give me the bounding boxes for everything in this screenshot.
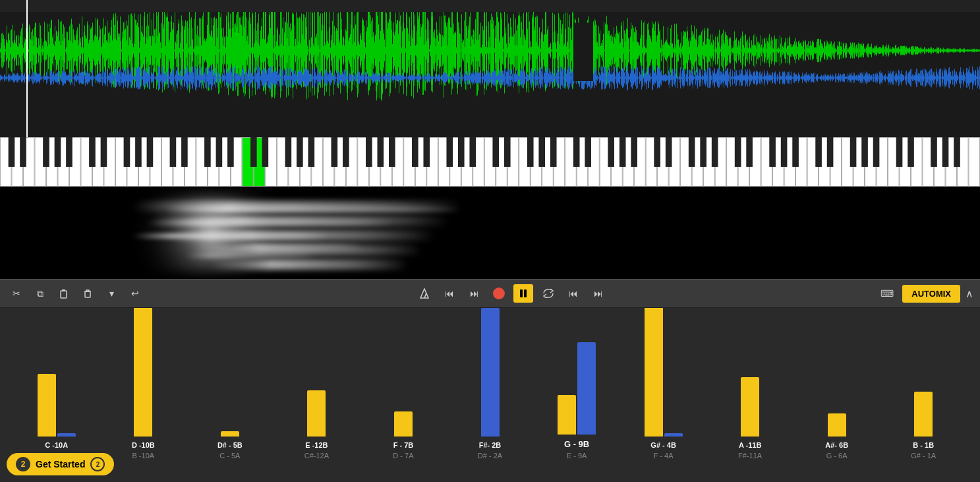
waveform-canvas — [0, 12, 980, 137]
record-dot — [493, 287, 505, 299]
record-button[interactable] — [490, 284, 508, 303]
chart-bar-group: G - 9BE - 9A — [533, 315, 620, 461]
bar-yellow — [307, 390, 326, 437]
keyboard-button[interactable]: ⌨ — [877, 284, 897, 303]
bar-blue — [577, 342, 596, 435]
bar-label-top: F#- 2B — [478, 440, 502, 450]
bar-labels: A#- 6BG - 6A — [825, 440, 848, 461]
bar-label-bottom: G# - 1A — [911, 451, 936, 461]
get-started-banner[interactable]: 2 Get Started 2 — [7, 453, 114, 475]
chart-bar-group: D# - 5BC - 5A — [187, 315, 274, 461]
bar-labels: B - 1BG# - 1A — [911, 440, 936, 461]
bar-label-top: C -10A — [45, 440, 68, 450]
fast-forward-button[interactable]: ⏭ — [465, 284, 484, 303]
skip-forward-button[interactable]: ⏭ — [589, 284, 608, 303]
bar-label-bottom: F - 4A — [650, 451, 676, 461]
paste-button[interactable] — [54, 284, 74, 303]
chart-bar-group: F - 7BD - 7A — [360, 315, 447, 461]
bar-labels: G - 9BE - 9A — [564, 438, 589, 461]
bar-wrapper — [447, 308, 534, 437]
bar-label-top: A#- 6B — [825, 440, 848, 450]
svg-rect-2 — [85, 291, 90, 297]
bar-wrapper — [706, 377, 793, 437]
piano-canvas — [0, 137, 980, 187]
copy-button[interactable]: ⧉ — [30, 284, 50, 303]
get-started-number: 2 — [16, 457, 30, 471]
bar-wrapper — [880, 392, 967, 437]
bar-label-top: F - 7B — [393, 440, 413, 450]
bar-label-bottom: E - 9A — [564, 451, 589, 461]
bar-label-top: D# - 5B — [217, 440, 243, 450]
chart-container: C -10AG# -1AD -10BB -10AD# - 5BC - 5AE -… — [0, 308, 980, 461]
pause-button[interactable] — [513, 284, 533, 303]
chart-bar-group: B - 1BG# - 1A — [880, 315, 967, 461]
timeline-ruler — [0, 0, 980, 12]
svg-rect-0 — [61, 291, 67, 298]
bar-label-bottom: C - 5A — [217, 451, 243, 461]
svg-rect-5 — [520, 289, 523, 297]
bar-blue — [664, 433, 683, 437]
chart-bar-group: C -10AG# -1A — [13, 315, 100, 461]
bar-wrapper — [620, 308, 707, 437]
bar-yellow — [645, 308, 663, 437]
bar-yellow — [914, 392, 933, 437]
spectrogram-canvas — [0, 187, 980, 279]
playhead — [26, 0, 28, 12]
collapse-button[interactable]: ∧ — [966, 287, 973, 300]
bar-wrapper — [187, 431, 274, 437]
bar-wrapper — [360, 411, 447, 437]
bar-yellow — [134, 308, 152, 437]
bar-labels: D# - 5BC - 5A — [217, 440, 243, 461]
bar-wrapper — [274, 390, 360, 437]
automix-button[interactable]: AUTOMIX — [902, 285, 960, 303]
rewind-button[interactable]: ⏮ — [440, 284, 459, 303]
skip-back-button[interactable]: ⏮ — [563, 284, 583, 303]
bar-yellow — [221, 431, 239, 437]
bar-label-top: B - 1B — [911, 440, 936, 450]
bar-label-bottom: F#-11A — [738, 451, 762, 461]
waveform-section[interactable] — [0, 12, 980, 137]
get-started-icon: 2 — [90, 457, 105, 471]
bar-label-top: A -11B — [738, 440, 762, 450]
chart-section: C -10AG# -1AD -10BB -10AD# - 5BC - 5AE -… — [0, 308, 980, 482]
cut-button[interactable]: ✂ — [7, 284, 26, 303]
chart-bar-group: A -11BF#-11A — [706, 315, 793, 461]
undo-button[interactable]: ↩ — [125, 284, 145, 303]
delete-dropdown-button[interactable]: ▾ — [101, 284, 121, 303]
metronome-button[interactable] — [415, 284, 434, 303]
bar-label-bottom: B -10A — [132, 451, 155, 461]
bar-wrapper — [100, 308, 187, 437]
bar-label-top: E -12B — [304, 440, 329, 450]
chart-bar-group: G# - 4BF - 4A — [620, 315, 707, 461]
svg-rect-6 — [524, 289, 527, 297]
svg-rect-1 — [62, 289, 65, 291]
toolbar-right: ⌨ AUTOMIX ∧ — [877, 284, 973, 303]
bar-label-bottom: G - 6A — [825, 451, 848, 461]
bar-yellow — [828, 413, 846, 437]
bar-label-bottom: D# - 2A — [478, 451, 502, 461]
delete-button[interactable] — [78, 284, 98, 303]
bar-labels: F - 7BD - 7A — [393, 440, 413, 461]
bar-labels: F#- 2BD# - 2A — [478, 440, 502, 461]
chart-bar-group: F#- 2BD# - 2A — [447, 315, 534, 461]
chart-bar-group: D -10BB -10A — [100, 315, 187, 461]
loop-button[interactable] — [538, 284, 558, 303]
waveform-playhead — [26, 12, 28, 137]
bar-labels: A -11BF#-11A — [738, 440, 762, 461]
bar-yellow — [558, 395, 576, 435]
bar-wrapper — [533, 342, 620, 435]
bar-label-top: D -10B — [132, 440, 155, 450]
bar-wrapper — [13, 374, 100, 437]
bar-labels: G# - 4BF - 4A — [650, 440, 676, 461]
chart-bar-group: A#- 6BG - 6A — [793, 315, 880, 461]
bar-blue — [57, 433, 76, 437]
get-started-text: Get Started — [36, 459, 85, 469]
bar-yellow — [394, 411, 413, 437]
bar-blue — [481, 308, 500, 437]
toolbar-left: ✂ ⧉ ▾ ↩ — [7, 284, 145, 303]
bar-wrapper — [793, 413, 880, 437]
bar-label-bottom: D - 7A — [393, 451, 413, 461]
bar-label-top: G - 9B — [564, 438, 589, 450]
spectrogram-section — [0, 187, 980, 279]
piano-keyboard[interactable] — [0, 137, 980, 187]
